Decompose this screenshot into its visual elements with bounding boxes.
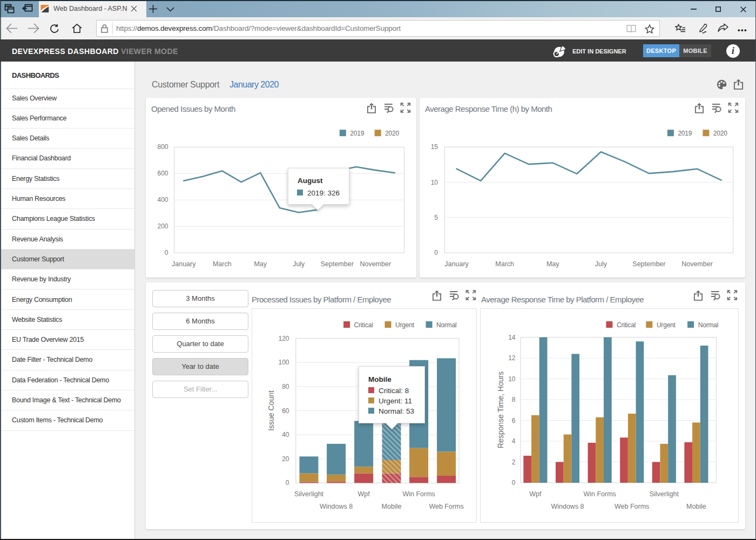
svg-text:12: 12 xyxy=(508,354,516,362)
svg-text:2019: 2019 xyxy=(678,130,692,137)
svg-text:40: 40 xyxy=(282,431,289,438)
svg-text:2020: 2020 xyxy=(713,130,727,137)
svg-text:Mobile: Mobile xyxy=(382,503,402,510)
svg-text:Win Forms: Win Forms xyxy=(402,490,435,498)
svg-text:8: 8 xyxy=(512,396,516,403)
svg-text:120: 120 xyxy=(278,335,289,342)
svg-text:Urgent: Urgent xyxy=(395,321,415,329)
svg-text:Critical: Critical xyxy=(617,321,636,329)
svg-text:Wpf: Wpf xyxy=(357,490,370,498)
svg-text:Issue Count: Issue Count xyxy=(267,390,275,431)
svg-text:100: 100 xyxy=(278,359,289,366)
svg-text:Win Forms: Win Forms xyxy=(583,490,616,498)
svg-text:Web Forms: Web Forms xyxy=(429,503,463,510)
svg-text:80: 80 xyxy=(282,383,289,390)
svg-text:2020: 2020 xyxy=(385,130,399,137)
svg-text:Response Time, Hours: Response Time, Hours xyxy=(496,372,505,448)
svg-text:Urgent: Urgent xyxy=(657,321,676,329)
svg-text:4: 4 xyxy=(512,437,516,445)
svg-text:14: 14 xyxy=(508,334,516,341)
svg-text:60: 60 xyxy=(282,407,289,415)
svg-text:20: 20 xyxy=(282,455,289,463)
svg-text:Critical: Critical xyxy=(354,321,373,329)
svg-text:Web Forms: Web Forms xyxy=(615,503,649,510)
svg-text:0: 0 xyxy=(286,479,289,487)
svg-text:Windows 8: Windows 8 xyxy=(551,503,584,510)
svg-text:Normal: Normal xyxy=(698,321,718,329)
svg-text:Mobile: Mobile xyxy=(686,503,706,510)
svg-text:Silverlight: Silverlight xyxy=(294,490,324,498)
svg-text:6: 6 xyxy=(512,417,516,424)
svg-text:Silverlight: Silverlight xyxy=(650,490,679,498)
svg-text:2019: 2019 xyxy=(350,130,364,137)
svg-text:Windows 8: Windows 8 xyxy=(320,503,353,510)
svg-text:10: 10 xyxy=(508,375,516,383)
svg-text:0: 0 xyxy=(512,479,516,487)
svg-text:Wpf: Wpf xyxy=(529,490,542,498)
svg-text:Normal: Normal xyxy=(436,321,456,329)
svg-text:2: 2 xyxy=(512,458,516,466)
